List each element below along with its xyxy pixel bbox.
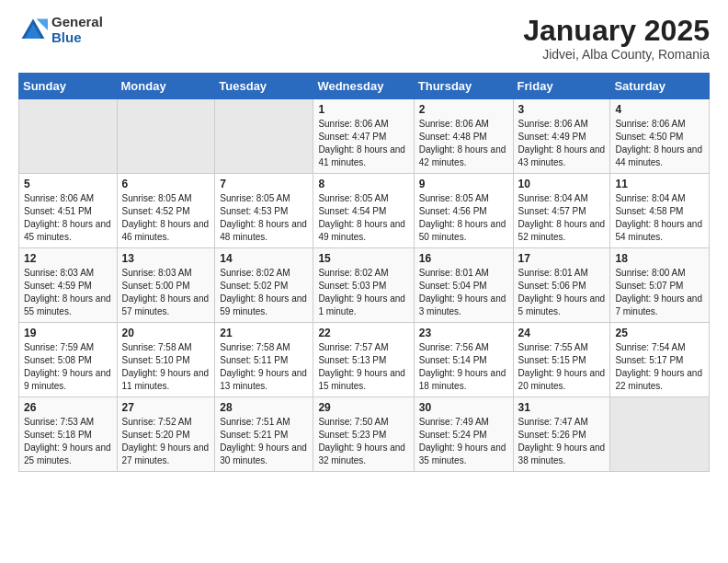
month-title: January 2025 [523,15,710,47]
day-number: 17 [518,252,606,265]
day-info: Sunrise: 7:54 AM Sunset: 5:17 PM Dayligh… [615,341,704,393]
day-info: Sunrise: 8:06 AM Sunset: 4:49 PM Dayligh… [518,118,606,169]
day-number: 16 [419,252,508,265]
day-cell: 9Sunrise: 8:05 AM Sunset: 4:56 PM Daylig… [414,174,513,248]
day-cell [19,99,118,174]
day-info: Sunrise: 7:49 AM Sunset: 5:24 PM Dayligh… [419,416,508,467]
day-cell: 31Sunrise: 7:47 AM Sunset: 5:26 PM Dayli… [513,397,610,472]
day-number: 26 [24,401,112,414]
day-number: 22 [318,327,408,339]
day-number: 28 [220,401,308,414]
day-number: 11 [615,178,704,190]
day-info: Sunrise: 7:58 AM Sunset: 5:11 PM Dayligh… [220,341,308,393]
day-cell: 1Sunrise: 8:06 AM Sunset: 4:47 PM Daylig… [313,99,414,174]
day-cell: 11Sunrise: 8:04 AM Sunset: 4:58 PM Dayli… [610,174,710,248]
header: General Blue January 2025 Jidvei, Alba C… [18,15,710,62]
day-cell: 8Sunrise: 8:05 AM Sunset: 4:54 PM Daylig… [313,174,414,248]
day-number: 10 [518,178,606,190]
logo-blue: Blue [51,30,103,46]
day-info: Sunrise: 8:05 AM Sunset: 4:54 PM Dayligh… [318,192,408,244]
day-header-wednesday: Wednesday [313,74,414,99]
day-number: 4 [615,103,704,116]
day-number: 27 [122,401,210,414]
title-block: January 2025 Jidvei, Alba County, Romani… [523,15,710,62]
day-cell: 4Sunrise: 8:06 AM Sunset: 4:50 PM Daylig… [610,99,710,174]
logo: General Blue [18,15,103,45]
day-number: 23 [419,327,508,339]
day-cell: 28Sunrise: 7:51 AM Sunset: 5:21 PM Dayli… [215,397,313,472]
day-cell: 29Sunrise: 7:50 AM Sunset: 5:23 PM Dayli… [313,397,414,472]
day-cell: 3Sunrise: 8:06 AM Sunset: 4:49 PM Daylig… [513,99,610,174]
logo-general: General [51,15,103,30]
day-number: 24 [518,327,606,339]
week-row-5: 26Sunrise: 7:53 AM Sunset: 5:18 PM Dayli… [19,397,710,472]
day-cell: 24Sunrise: 7:55 AM Sunset: 5:15 PM Dayli… [513,323,610,397]
day-cell: 20Sunrise: 7:58 AM Sunset: 5:10 PM Dayli… [117,323,215,397]
day-info: Sunrise: 7:59 AM Sunset: 5:08 PM Dayligh… [24,341,112,393]
day-number: 12 [24,252,112,265]
day-header-thursday: Thursday [414,74,513,99]
day-number: 5 [24,178,112,190]
day-info: Sunrise: 8:06 AM Sunset: 4:48 PM Dayligh… [419,118,508,169]
day-number: 18 [615,252,704,265]
day-cell: 7Sunrise: 8:05 AM Sunset: 4:53 PM Daylig… [215,174,313,248]
day-info: Sunrise: 8:00 AM Sunset: 5:07 PM Dayligh… [615,267,704,318]
day-info: Sunrise: 7:57 AM Sunset: 5:13 PM Dayligh… [318,341,408,393]
day-header-sunday: Sunday [19,74,118,99]
day-cell: 26Sunrise: 7:53 AM Sunset: 5:18 PM Dayli… [19,397,118,472]
day-cell: 14Sunrise: 8:02 AM Sunset: 5:02 PM Dayli… [215,248,313,323]
day-number: 14 [220,252,308,265]
day-cell: 18Sunrise: 8:00 AM Sunset: 5:07 PM Dayli… [610,248,710,323]
day-cell [215,99,313,174]
day-info: Sunrise: 7:53 AM Sunset: 5:18 PM Dayligh… [24,416,112,467]
day-number: 3 [518,103,606,116]
day-cell: 27Sunrise: 7:52 AM Sunset: 5:20 PM Dayli… [117,397,215,472]
day-info: Sunrise: 8:04 AM Sunset: 4:57 PM Dayligh… [518,192,606,244]
day-number: 30 [419,401,508,414]
day-number: 2 [419,103,508,116]
day-number: 9 [419,178,508,190]
day-cell: 10Sunrise: 8:04 AM Sunset: 4:57 PM Dayli… [513,174,610,248]
day-info: Sunrise: 7:52 AM Sunset: 5:20 PM Dayligh… [122,416,210,467]
day-info: Sunrise: 8:02 AM Sunset: 5:03 PM Dayligh… [318,267,408,318]
day-number: 6 [122,178,210,190]
day-number: 8 [318,178,408,190]
day-number: 29 [318,401,408,414]
day-info: Sunrise: 8:06 AM Sunset: 4:50 PM Dayligh… [615,118,704,169]
week-row-4: 19Sunrise: 7:59 AM Sunset: 5:08 PM Dayli… [19,323,710,397]
day-info: Sunrise: 8:06 AM Sunset: 4:47 PM Dayligh… [318,118,408,169]
day-info: Sunrise: 8:01 AM Sunset: 5:06 PM Dayligh… [518,267,606,318]
day-cell: 5Sunrise: 8:06 AM Sunset: 4:51 PM Daylig… [19,174,118,248]
page: General Blue January 2025 Jidvei, Alba C… [0,0,728,487]
week-row-1: 1Sunrise: 8:06 AM Sunset: 4:47 PM Daylig… [19,99,710,174]
day-number: 1 [318,103,408,116]
day-info: Sunrise: 8:03 AM Sunset: 5:00 PM Dayligh… [122,267,210,318]
day-info: Sunrise: 8:05 AM Sunset: 4:53 PM Dayligh… [220,192,308,244]
day-info: Sunrise: 8:05 AM Sunset: 4:52 PM Dayligh… [122,192,210,244]
day-number: 21 [220,327,308,339]
day-cell: 23Sunrise: 7:56 AM Sunset: 5:14 PM Dayli… [414,323,513,397]
day-number: 19 [24,327,112,339]
day-cell: 16Sunrise: 8:01 AM Sunset: 5:04 PM Dayli… [414,248,513,323]
day-cell: 22Sunrise: 7:57 AM Sunset: 5:13 PM Dayli… [313,323,414,397]
day-info: Sunrise: 8:05 AM Sunset: 4:56 PM Dayligh… [419,192,508,244]
day-cell: 17Sunrise: 8:01 AM Sunset: 5:06 PM Dayli… [513,248,610,323]
logo-text: General Blue [51,15,103,45]
day-number: 20 [122,327,210,339]
day-cell: 30Sunrise: 7:49 AM Sunset: 5:24 PM Dayli… [414,397,513,472]
day-cell: 19Sunrise: 7:59 AM Sunset: 5:08 PM Dayli… [19,323,118,397]
calendar-table: SundayMondayTuesdayWednesdayThursdayFrid… [18,73,710,472]
day-cell: 13Sunrise: 8:03 AM Sunset: 5:00 PM Dayli… [117,248,215,323]
day-info: Sunrise: 7:55 AM Sunset: 5:15 PM Dayligh… [518,341,606,393]
day-cell: 15Sunrise: 8:02 AM Sunset: 5:03 PM Dayli… [313,248,414,323]
day-info: Sunrise: 8:01 AM Sunset: 5:04 PM Dayligh… [419,267,508,318]
day-number: 25 [615,327,704,339]
day-cell [610,397,710,472]
day-info: Sunrise: 7:56 AM Sunset: 5:14 PM Dayligh… [419,341,508,393]
day-header-tuesday: Tuesday [215,74,313,99]
calendar-header-row: SundayMondayTuesdayWednesdayThursdayFrid… [19,74,710,99]
day-info: Sunrise: 8:04 AM Sunset: 4:58 PM Dayligh… [615,192,704,244]
day-number: 15 [318,252,408,265]
logo-icon [18,16,48,45]
day-number: 31 [518,401,606,414]
